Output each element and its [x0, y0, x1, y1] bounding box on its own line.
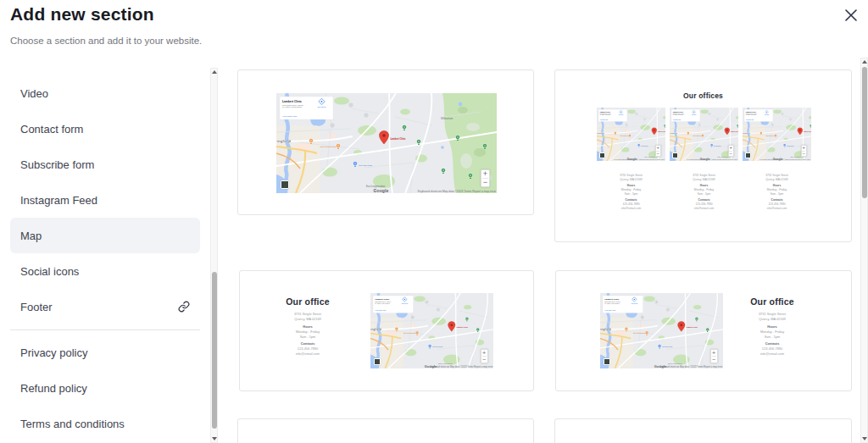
section-type-sidebar: Video Contact form Subscribe form Instag… — [0, 68, 210, 443]
sidebar-item-instagram-feed[interactable]: Instagram Feed — [10, 182, 200, 218]
scroll-up-arrow-icon[interactable] — [211, 69, 217, 75]
sidebar-scrollbar-thumb[interactable] — [212, 272, 217, 429]
office-details: 3731 Single Street Quincy, MA 02169 Hour… — [721, 312, 823, 387]
scroll-down-arrow-icon[interactable] — [861, 435, 867, 442]
email-value: info@email.com — [614, 206, 648, 210]
map-preview: +− Google Keyboard shortcuts Map data ©2… — [370, 293, 493, 368]
zoom-out-button: − — [730, 152, 732, 157]
hours-value: 9am - 5pm — [614, 191, 648, 196]
template-card-partial-left[interactable] — [237, 418, 534, 443]
main-scrollbar-thumb[interactable] — [862, 67, 867, 198]
office-details: 3731 Single Street Quincy, MA 02169 Hour… — [597, 173, 665, 248]
hours-value: 9am - 5pm — [277, 335, 338, 340]
page-subtitle: Choose a section and add it to your webs… — [10, 36, 202, 46]
sidebar-item-label: Privacy policy — [20, 346, 87, 359]
sidebar-item-refund-policy[interactable]: Refund policy — [10, 370, 200, 406]
map-zoom-control: +− — [801, 145, 807, 158]
map-zoom-control: +− — [481, 349, 488, 363]
map-preview: +− Google Keyboard shortcuts Map data ©2… — [276, 93, 497, 193]
close-button[interactable] — [841, 5, 861, 25]
map-layer-thumbnail — [604, 358, 610, 365]
office-address: Quincy, MA 02169 — [687, 177, 721, 181]
sidebar-item-label: Instagram Feed — [20, 194, 97, 207]
sidebar-item-label: Map — [20, 230, 42, 242]
map-zoom-control: +− — [710, 349, 718, 363]
map-layer-thumbnail — [672, 152, 678, 158]
template-card-full-map[interactable]: +− Google Keyboard shortcuts Map data ©2… — [237, 69, 534, 215]
map-layer-thumbnail — [599, 152, 605, 158]
sidebar-item-label: Subscribe form — [20, 158, 94, 171]
office-details: 3731 Single Street Quincy, MA 02169 Hour… — [257, 312, 359, 387]
section-heading: Our offices — [555, 91, 851, 100]
office-details: 3731 Single Street Quincy, MA 02169 Hour… — [670, 173, 738, 248]
office-address: Quincy, MA 02169 — [742, 317, 803, 322]
zoom-out-button: − — [803, 152, 805, 157]
zoom-in-button: + — [482, 350, 486, 356]
sidebar-item-label: Social icons — [20, 265, 79, 278]
map-preview: +− Google Keyboard shortcuts Map data ©2… — [743, 108, 811, 161]
map-zoom-control: +− — [655, 145, 661, 158]
map-layer-thumbnail — [374, 358, 381, 365]
zoom-out-button: − — [712, 357, 715, 363]
sidebar-item-terms-and-conditions[interactable]: Terms and conditions — [10, 406, 200, 441]
office-address: Quincy, MA 02169 — [614, 177, 648, 181]
map-attribution: Keyboard shortcuts Map data ©2023 Terms … — [417, 191, 495, 193]
sidebar-divider — [10, 329, 200, 330]
map-zoom-control: +− — [728, 145, 734, 158]
sidebar-item-label: Footer — [20, 301, 53, 313]
map-attribution: Keyboard shortcuts Map data ©2023 Terms … — [659, 366, 722, 368]
map-attribution: Keyboard shortcuts Map data ©2023 Terms … — [614, 158, 665, 161]
section-heading: Our office — [721, 296, 823, 307]
office-details: 3731 Single Street Quincy, MA 02169 Hour… — [743, 173, 811, 248]
template-card-partial-right[interactable] — [554, 418, 852, 443]
hours-value: 9am - 5pm — [687, 191, 721, 196]
section-heading: Our office — [257, 296, 359, 307]
scroll-down-arrow-icon[interactable] — [211, 435, 217, 442]
hours-value: 9am - 5pm — [760, 191, 794, 196]
email-value: info@email.com — [687, 206, 721, 210]
google-logo: Google — [373, 188, 388, 193]
zoom-out-button: − — [657, 152, 659, 157]
close-icon — [845, 9, 857, 21]
sidebar-item-subscribe-form[interactable]: Subscribe form — [10, 147, 200, 182]
zoom-in-button: + — [712, 350, 715, 356]
map-image — [370, 293, 493, 368]
sidebar-item-footer[interactable]: Footer — [10, 289, 200, 324]
sidebar-item-label: Video — [20, 87, 48, 100]
zoom-out-button: − — [483, 179, 487, 186]
link-icon — [178, 301, 190, 313]
office-address: Quincy, MA 02169 — [760, 177, 794, 181]
sidebar-item-label: Contact form — [20, 123, 83, 136]
sidebar-item-label: Refund policy — [20, 382, 87, 395]
scroll-up-arrow-icon[interactable] — [861, 58, 867, 65]
template-card-three-offices[interactable]: Our offices +− Google Keyboard shortcuts… — [554, 69, 852, 242]
sidebar-scrollbar[interactable] — [210, 68, 218, 443]
zoom-out-button: − — [482, 357, 486, 363]
map-layer-thumbnail — [745, 152, 751, 158]
map-preview: +− Google Keyboard shortcuts Map data ©2… — [670, 108, 738, 161]
sidebar-item-map[interactable]: Map — [10, 218, 200, 253]
sidebar-item-video[interactable]: Video — [10, 75, 200, 111]
template-card-office-map-right[interactable]: Our office 3731 Single Street Quincy, MA… — [239, 270, 534, 391]
map-preview: +− Google Keyboard shortcuts Map data ©2… — [597, 108, 665, 161]
map-layer-thumbnail — [281, 180, 289, 189]
hours-value: 9am - 5pm — [742, 335, 803, 340]
map-image — [600, 293, 723, 368]
template-card-office-map-left[interactable]: +− Google Keyboard shortcuts Map data ©2… — [555, 270, 852, 391]
email-value: info@email.com — [277, 352, 338, 357]
office-address: Quincy, MA 02169 — [277, 317, 338, 322]
map-zoom-control: +− — [481, 169, 490, 187]
map-attribution: Keyboard shortcuts Map data ©2023 Terms … — [430, 366, 492, 368]
sidebar-item-contact-form[interactable]: Contact form — [10, 111, 200, 147]
map-image — [276, 93, 497, 193]
sidebar-item-social-icons[interactable]: Social icons — [10, 253, 200, 289]
page-title: Add new section — [10, 4, 154, 25]
email-value: info@email.com — [760, 206, 794, 210]
sidebar-item-label: Terms and conditions — [20, 418, 125, 430]
map-attribution: Keyboard shortcuts Map data ©2023 Terms … — [687, 158, 737, 161]
zoom-in-button: + — [483, 170, 487, 178]
email-value: info@email.com — [742, 352, 803, 357]
main-scrollbar[interactable] — [860, 58, 868, 443]
map-attribution: Keyboard shortcuts Map data ©2023 Terms … — [760, 158, 810, 161]
sidebar-item-privacy-policy[interactable]: Privacy policy — [10, 335, 200, 370]
